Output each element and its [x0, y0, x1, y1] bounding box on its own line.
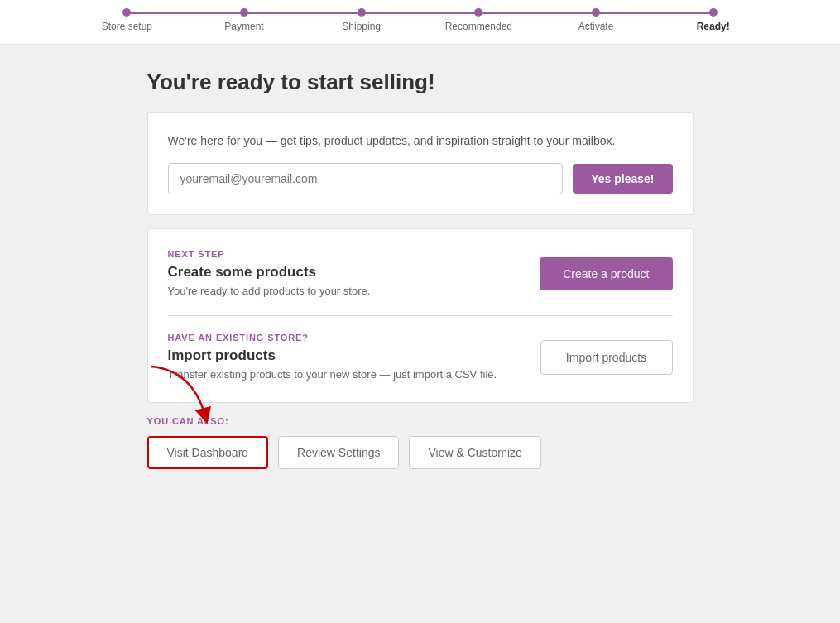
- import-section: HAVE AN EXISTING STORE? Import products …: [168, 333, 673, 382]
- step-dot-activate: [592, 8, 600, 17]
- step-activate: Activate: [537, 8, 655, 32]
- import-products-button[interactable]: Import products: [540, 340, 673, 375]
- email-input[interactable]: [168, 163, 564, 194]
- step-dot-ready: [709, 8, 718, 17]
- step-dot-payment: [240, 8, 248, 17]
- import-description: Transfer existing products to your new s…: [168, 367, 527, 382]
- step-payment: Payment: [185, 8, 303, 32]
- next-step-left: NEXT STEP Create some products You're re…: [168, 249, 527, 299]
- next-step-card: NEXT STEP Create some products You're re…: [147, 228, 694, 403]
- visit-dashboard-button[interactable]: Visit Dashboard: [147, 436, 269, 469]
- email-row: Yes please!: [168, 163, 673, 194]
- also-wrapper: YOU CAN ALSO: Visit Dashboard Review Set…: [147, 416, 694, 469]
- step-store-setup: Store setup: [69, 8, 186, 32]
- page-title: You're ready to start selling!: [147, 69, 694, 95]
- next-step-section: NEXT STEP Create some products You're re…: [168, 249, 673, 299]
- step-label-recommended: Recommended: [445, 21, 512, 32]
- step-dot-store-setup: [122, 8, 131, 17]
- also-buttons: Visit Dashboard Review Settings View & C…: [147, 436, 694, 469]
- subscription-description: We're here for you — get tips, product u…: [168, 132, 673, 150]
- progress-bar-container: Store setup Payment Shipping Recommended: [0, 0, 840, 45]
- subscription-card: We're here for you — get tips, product u…: [147, 112, 694, 215]
- page-wrapper: Store setup Payment Shipping Recommended: [0, 0, 840, 623]
- import-section-label: HAVE AN EXISTING STORE?: [168, 333, 527, 343]
- main-content: You're ready to start selling! We're her…: [131, 69, 710, 469]
- step-label-payment: Payment: [224, 21, 263, 32]
- steps-inner: Store setup Payment Shipping Recommended: [69, 8, 772, 32]
- next-step-title: Create some products: [168, 264, 527, 280]
- also-label: YOU CAN ALSO:: [147, 416, 694, 426]
- yes-please-button[interactable]: Yes please!: [573, 164, 672, 194]
- step-label-activate: Activate: [578, 21, 614, 32]
- step-recommended: Recommended: [420, 8, 538, 32]
- section-divider: [168, 315, 673, 316]
- step-shipping: Shipping: [303, 8, 420, 32]
- step-label-shipping: Shipping: [342, 21, 381, 32]
- review-settings-button[interactable]: Review Settings: [278, 436, 399, 469]
- view-customize-button[interactable]: View & Customize: [409, 436, 540, 469]
- import-left: HAVE AN EXISTING STORE? Import products …: [168, 333, 527, 382]
- create-product-button[interactable]: Create a product: [540, 257, 672, 290]
- step-dot-recommended: [474, 8, 482, 17]
- next-step-label: NEXT STEP: [168, 249, 527, 259]
- step-dot-shipping: [358, 8, 366, 17]
- step-ready: Ready!: [655, 8, 772, 32]
- import-title: Import products: [168, 347, 527, 364]
- step-label-store-setup: Store setup: [102, 21, 152, 32]
- next-step-description: You're ready to add products to your sto…: [168, 284, 527, 299]
- step-label-ready: Ready!: [697, 21, 730, 32]
- steps-container: Store setup Payment Shipping Recommended: [69, 8, 772, 32]
